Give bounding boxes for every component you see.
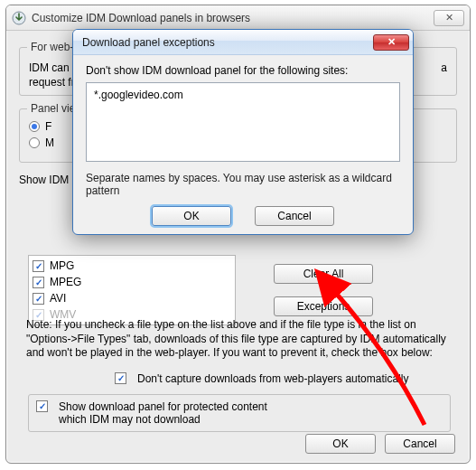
parent-title: Customize IDM Download panels in browser… xyxy=(32,12,430,24)
exceptions-button[interactable]: Exceptions xyxy=(274,296,373,316)
parent-ok-button[interactable]: OK xyxy=(305,434,376,454)
modal-titlebar[interactable]: Download panel exceptions ✕ xyxy=(73,30,413,55)
dont-capture-checkbox[interactable]: Don't capture downloads from web-players… xyxy=(115,372,408,385)
list-item[interactable]: MPEG xyxy=(33,274,231,290)
radio-mini-label: M xyxy=(45,136,54,149)
file-type-label: MPG xyxy=(50,259,74,272)
idm-desc-l2: request fr xyxy=(29,76,75,89)
checkbox-icon[interactable] xyxy=(36,400,48,412)
file-type-label: AVI xyxy=(50,292,66,305)
modal-instruction-label: Don't show IDM download panel for the fo… xyxy=(86,64,400,77)
group-show-protected: Show download panel for protected conten… xyxy=(28,394,451,432)
modal-cancel-button[interactable]: Cancel xyxy=(255,206,334,226)
idm-desc-l1: IDM can xyxy=(29,61,70,75)
dont-capture-label: Don't capture downloads from web-players… xyxy=(137,372,408,385)
exceptions-dialog: Download panel exceptions ✕ Don't show I… xyxy=(72,29,414,235)
note-text: Note: If you uncheck a file type on the … xyxy=(26,318,453,361)
modal-close-button[interactable]: ✕ xyxy=(373,34,409,51)
checkbox-icon[interactable] xyxy=(33,277,44,288)
radio-icon xyxy=(29,137,40,148)
file-type-list[interactable]: MPG MPEG AVI WMV xyxy=(28,255,236,325)
modal-help-text: Separate names by spaces. You may use as… xyxy=(86,172,400,197)
close-icon: ✕ xyxy=(387,36,396,48)
show-protected-checkbox[interactable]: Show download panel for protected conten… xyxy=(36,400,443,426)
idm-desc-suffix: a xyxy=(441,61,447,75)
checkbox-icon[interactable] xyxy=(33,260,44,272)
file-type-label: MPEG xyxy=(50,276,81,288)
exceptions-textarea[interactable] xyxy=(86,82,400,162)
clear-all-button[interactable]: Clear All xyxy=(274,264,373,284)
close-icon: ✕ xyxy=(445,12,453,24)
checkbox-icon[interactable] xyxy=(115,372,126,384)
show-protected-label-l2: which IDM may not download xyxy=(59,413,201,426)
group-panel-view-legend: Panel vie xyxy=(27,102,79,115)
parent-titlebar[interactable]: Customize IDM Download panels in browser… xyxy=(6,5,470,31)
list-item[interactable]: AVI xyxy=(33,290,231,306)
list-item[interactable]: MPG xyxy=(33,258,231,274)
parent-close-button[interactable]: ✕ xyxy=(434,10,464,26)
parent-cancel-button[interactable]: Cancel xyxy=(385,434,455,454)
modal-title: Download panel exceptions xyxy=(82,36,373,49)
radio-icon xyxy=(29,121,40,132)
show-protected-label: Show download panel for protected conten… xyxy=(59,400,267,426)
checkbox-icon[interactable] xyxy=(33,293,44,305)
modal-ok-button[interactable]: OK xyxy=(152,206,231,226)
idm-app-icon xyxy=(12,11,26,25)
modal-body: Don't show IDM download panel for the fo… xyxy=(73,55,413,235)
radio-first-label: F xyxy=(45,120,51,133)
show-protected-label-l1: Show download panel for protected conten… xyxy=(59,400,267,413)
